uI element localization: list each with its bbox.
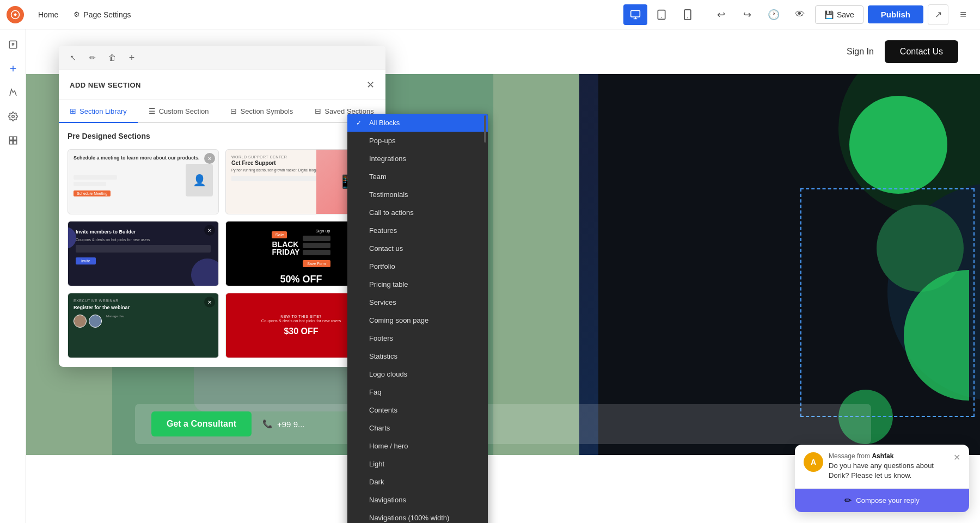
chat-from-label: Message from bbox=[829, 452, 870, 460]
geometric-decoration bbox=[598, 74, 980, 455]
section-library-label: Section Library bbox=[79, 107, 127, 115]
dropdown-item-testimonials[interactable]: Testimonials bbox=[347, 186, 488, 204]
dropdown-item-faq[interactable]: Faq bbox=[347, 383, 488, 401]
undo-btn[interactable]: ↩ bbox=[710, 4, 732, 25]
thumb-new-label: NEW TO THIS SITE? bbox=[261, 315, 341, 318]
toolbar-add-btn[interactable]: + bbox=[124, 50, 139, 65]
thumb-close-3[interactable]: ✕ bbox=[204, 225, 215, 236]
publish-btn[interactable]: Publish bbox=[868, 5, 923, 23]
thumb-avatar-2 bbox=[89, 315, 102, 328]
page-settings-nav-item[interactable]: ⚙ Page Settings bbox=[68, 7, 136, 22]
dropdown-label-integrations: Integrations bbox=[369, 155, 406, 163]
dropdown-item-integrations[interactable]: Integrations bbox=[347, 150, 488, 168]
dropdown-item-light[interactable]: Light bbox=[347, 455, 488, 473]
thumb-close-5[interactable]: ✕ bbox=[204, 297, 215, 307]
phone-number: +99 9... bbox=[277, 420, 304, 429]
chat-compose-btn[interactable]: ✏ Compose your reply bbox=[795, 488, 969, 512]
tab-section-library[interactable]: ⊞ Section Library bbox=[59, 100, 138, 123]
redo-btn[interactable]: ↪ bbox=[737, 4, 758, 25]
main-content-area: Sign In Contact Us Team Photo bbox=[26, 29, 980, 523]
chat-from: Message from Ashfak bbox=[829, 452, 948, 460]
sidebar-pages-icon[interactable] bbox=[2, 34, 24, 56]
external-link-btn[interactable]: ↗ bbox=[928, 4, 948, 25]
dropdown-label-team: Team bbox=[369, 173, 387, 181]
dropdown-item-navigations-100[interactable]: Navigations (100% width) bbox=[347, 509, 488, 523]
history-btn[interactable]: 🕐 bbox=[763, 4, 785, 25]
dropdown-item-all-blocks[interactable]: ✓ All Blocks bbox=[347, 114, 488, 132]
sidebar-settings-icon[interactable] bbox=[2, 106, 24, 127]
tab-custom-section[interactable]: ☰ Custom Section bbox=[138, 100, 220, 123]
thumb-close-1[interactable]: ✕ bbox=[204, 153, 215, 164]
chat-avatar: A bbox=[804, 452, 823, 472]
chat-close-btn[interactable]: ✕ bbox=[953, 452, 960, 463]
dropdown-label-home-hero: Home / hero bbox=[369, 442, 408, 450]
dropdown-item-coming-soon[interactable]: Coming soon page bbox=[347, 311, 488, 329]
thumb-sale-badge: Sale bbox=[272, 231, 287, 238]
modal-close-btn[interactable]: ✕ bbox=[366, 79, 375, 91]
menu-btn[interactable]: ≡ bbox=[953, 4, 973, 25]
dropdown-item-pop-ups[interactable]: Pop-ups bbox=[347, 132, 488, 150]
thumb-invite-title: Invite members to Builder bbox=[76, 229, 211, 235]
dropdown-item-contents[interactable]: Contents bbox=[347, 401, 488, 419]
tablet-device-btn[interactable] bbox=[650, 4, 673, 25]
home-nav-item[interactable]: Home bbox=[33, 7, 64, 22]
dropdown-scrollbar[interactable] bbox=[484, 115, 486, 143]
dropdown-item-dark[interactable]: Dark bbox=[347, 473, 488, 491]
chat-header: A Message from Ashfak Do you have any qu… bbox=[795, 445, 969, 488]
dropdown-item-navigations[interactable]: Navigations bbox=[347, 491, 488, 509]
save-btn[interactable]: 💾 Save bbox=[815, 5, 863, 24]
dropdown-item-charts[interactable]: Charts bbox=[347, 419, 488, 437]
thumb-avatar-1 bbox=[74, 315, 87, 328]
dropdown-item-footers[interactable]: Footers bbox=[347, 329, 488, 347]
thumbnail-webinar[interactable]: ✕ EXECUTIVE WEBINAR Register for the web… bbox=[68, 293, 219, 358]
contact-us-btn[interactable]: Contact Us bbox=[885, 40, 958, 63]
thumbnail-schedule-meeting[interactable]: ✕ Schedule a meeting to learn more about… bbox=[68, 149, 219, 214]
get-consultant-btn[interactable]: Get a Consultant bbox=[151, 411, 252, 436]
preview-btn[interactable]: 👁 bbox=[789, 4, 811, 25]
dropdown-label-features: Features bbox=[369, 226, 397, 235]
thumb-bf-title: BLACKFRIDAY bbox=[272, 241, 299, 256]
dropdown-item-team[interactable]: Team bbox=[347, 168, 488, 186]
toolbar-edit-btn[interactable]: ✏ bbox=[85, 50, 100, 65]
dropdown-item-services[interactable]: Services bbox=[347, 293, 488, 311]
thumb-avatars: Manage dev bbox=[74, 315, 213, 328]
add-new-section-modal: ↖ ✏ 🗑 + ADD NEW SECTION ✕ ⊞ Section Libr… bbox=[59, 46, 385, 367]
mobile-device-btn[interactable] bbox=[676, 4, 700, 25]
logo[interactable] bbox=[7, 6, 24, 23]
modal-content: Pre Designed Sections ✕ Schedule a meeti… bbox=[59, 123, 385, 367]
sidebar-components-icon[interactable] bbox=[2, 130, 24, 151]
thumb-schedule-content: Schedule a meeting to learn more about o… bbox=[68, 150, 218, 202]
dropdown-item-statistics[interactable]: Statistics bbox=[347, 347, 488, 365]
toolbar-cursor-btn[interactable]: ↖ bbox=[65, 50, 81, 65]
phone-icon: 📞 bbox=[262, 419, 273, 429]
custom-section-label: Custom Section bbox=[159, 107, 209, 115]
chat-compose-label: Compose your reply bbox=[856, 496, 919, 504]
svg-rect-9 bbox=[13, 137, 16, 140]
thumb-submit-btn: Save Form bbox=[303, 260, 330, 267]
dropdown-item-home-hero[interactable]: Home / hero bbox=[347, 437, 488, 455]
home-label: Home bbox=[38, 10, 58, 19]
dropdown-item-logo-clouds[interactable]: Logo clouds bbox=[347, 365, 488, 383]
dropdown-item-contact-us[interactable]: Contact us bbox=[347, 239, 488, 257]
dropdown-item-portfolio[interactable]: Portfolio bbox=[347, 257, 488, 275]
thumbnail-invite-members[interactable]: ✕ Invite members to Builder Coupons & de… bbox=[68, 221, 219, 286]
dropdown-item-features[interactable]: Features bbox=[347, 221, 488, 239]
svg-point-7 bbox=[11, 115, 14, 118]
sidebar-design-icon[interactable] bbox=[2, 82, 24, 103]
dropdown-item-call-to-actions[interactable]: Call to actions bbox=[347, 204, 488, 221]
section-symbols-label: Section Symbols bbox=[240, 107, 293, 115]
thumb-invite-desc: Coupons & deals on hot picks for new use… bbox=[76, 238, 211, 242]
svg-rect-10 bbox=[9, 141, 13, 144]
dropdown-label-footers: Footers bbox=[369, 334, 393, 342]
thumb-invite-input bbox=[76, 245, 211, 253]
dropdown-item-pricing-table[interactable]: Pricing table bbox=[347, 275, 488, 293]
svg-rect-8 bbox=[9, 137, 13, 140]
desktop-device-btn[interactable] bbox=[623, 4, 647, 25]
sign-in-link[interactable]: Sign In bbox=[847, 47, 874, 57]
settings-icon: ⚙ bbox=[74, 10, 80, 19]
toolbar-delete-btn[interactable]: 🗑 bbox=[105, 50, 120, 65]
tab-section-symbols[interactable]: ⊟ Section Symbols bbox=[219, 100, 304, 123]
sidebar-add-section-icon[interactable] bbox=[2, 58, 24, 79]
thumb-avatar-label: Manage dev bbox=[106, 315, 124, 328]
thumb-invite-submit: Invite bbox=[76, 257, 96, 264]
